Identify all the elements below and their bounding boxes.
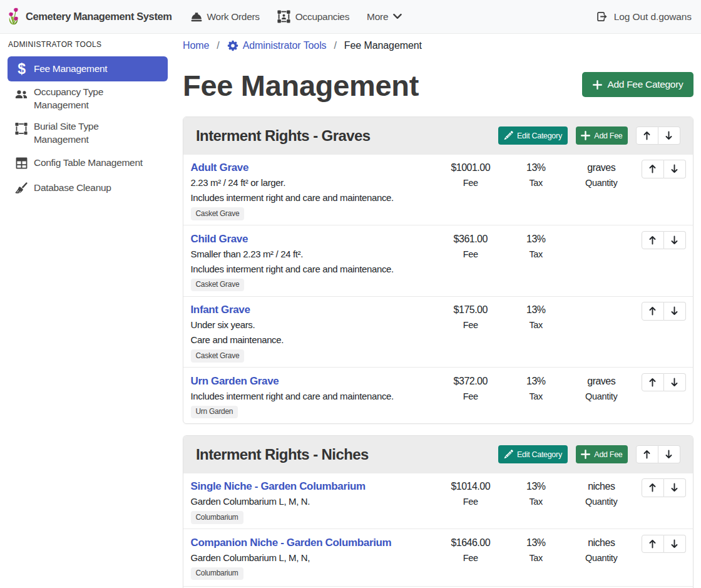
fee-move-up-button[interactable]	[642, 373, 664, 392]
fee-move-up-button[interactable]	[642, 302, 664, 321]
category-move-up-button[interactable]	[636, 126, 658, 145]
fee-row: Infant GraveUnder six years.Care and mai…	[183, 296, 693, 368]
fee-badge-row: Urn Garden	[191, 404, 438, 419]
add-fee-button[interactable]: Add Fee	[576, 445, 628, 464]
sidebar-nav-item: Database Cleanup	[8, 175, 168, 200]
category-reorder-group	[636, 445, 680, 464]
sidebar-item-fee-management[interactable]: $ Fee Management	[8, 56, 168, 81]
navbar-item-occupancies[interactable]: Occupancies	[269, 10, 358, 23]
fee-badge-row: Casket Grave	[191, 205, 438, 220]
fee-move-up-button[interactable]	[642, 160, 664, 178]
logout-link[interactable]: Log Out d.gowans	[597, 11, 692, 23]
navbar-item-more[interactable]: More	[358, 11, 411, 23]
fee-move-up-button[interactable]	[642, 535, 664, 554]
fee-tax-value: 13%	[503, 374, 569, 389]
fee-amount-value: $361.00	[438, 232, 504, 247]
svg-text:$: $	[18, 61, 26, 76]
plus-icon	[581, 131, 590, 140]
fee-amount-value: $1001.00	[438, 160, 504, 175]
sidebar-item-occupancy-type-management[interactable]: Occupancy Type Management	[8, 81, 168, 116]
fee-move-down-button[interactable]	[664, 478, 687, 497]
sidebar-item-config-table-management[interactable]: Config Table Management	[8, 150, 168, 175]
category-card: Interment Rights - Niches Edit Category …	[183, 435, 693, 588]
logout-icon-wrap	[597, 11, 608, 22]
fee-badge-row: Casket Grave	[191, 277, 438, 292]
breadcrumb-separator: /	[327, 39, 344, 53]
breadcrumb-link-administrator-tools[interactable]: Administrator Tools	[227, 39, 327, 53]
fee-quantity-label: Quantity	[569, 389, 635, 404]
breadcrumb-item: Administrator Tools	[227, 39, 327, 53]
arrow-up-icon	[647, 539, 658, 549]
fee-move-up-button[interactable]	[642, 478, 664, 497]
breadcrumb-link-home[interactable]: Home	[183, 39, 209, 53]
gear-icon	[227, 40, 238, 51]
fee-description: Includes interment right and care and ma…	[191, 262, 438, 277]
fee-tax-column: 13%Tax	[503, 479, 569, 524]
fee-description: Care and maintenance.	[191, 333, 438, 348]
fee-info: Adult Grave2.23 m² / 24 ft² or larger.In…	[191, 160, 438, 220]
edit-category-button[interactable]: Edit Category	[498, 445, 568, 464]
add-fee-button[interactable]: Add Fee	[576, 126, 628, 145]
fee-name-link[interactable]: Urn Garden Grave	[191, 374, 279, 389]
sidebar-nav: $ Fee Management Occupancy Type Manageme…	[8, 56, 168, 200]
fee-name-link[interactable]: Adult Grave	[191, 160, 249, 175]
category-title: Interment Rights - Graves	[196, 127, 498, 145]
fee-type-badge: Columbarium	[191, 511, 243, 524]
fee-quantity-label: Quantity	[569, 494, 635, 509]
fee-amount-column: $372.00Fee	[438, 374, 504, 419]
plus-icon	[593, 80, 602, 90]
fee-type-badge: Casket Grave	[191, 349, 245, 363]
fee-move-down-button[interactable]	[664, 160, 687, 178]
category-move-down-button[interactable]	[658, 126, 681, 145]
sidebar-item-burial-site-type-management[interactable]: Burial Site Type Management	[8, 116, 168, 150]
fee-tax-value: 13%	[503, 160, 569, 175]
fee-tax-label: Tax	[503, 550, 569, 565]
sidebar-item-database-cleanup[interactable]: Database Cleanup	[8, 175, 168, 200]
fee-move-down-button[interactable]	[664, 231, 687, 250]
fee-quantity-column: gravesQuantity	[569, 160, 635, 220]
brand-logo	[8, 8, 19, 26]
fee-row: Adult Grave2.23 m² / 24 ft² or larger.In…	[183, 155, 693, 225]
top-navbar: Cemetery Management System Work Orders O…	[0, 0, 701, 34]
sidebar-heading: ADMINISTRATOR TOOLS	[8, 40, 168, 49]
fee-move-down-button[interactable]	[664, 302, 687, 321]
fee-name-link[interactable]: Infant Grave	[191, 302, 250, 317]
fee-move-up-button[interactable]	[642, 231, 664, 250]
fee-name-link[interactable]: Single Niche - Garden Columbarium	[191, 479, 366, 494]
add-fee-category-button[interactable]: Add Fee Category	[582, 72, 693, 97]
fee-name-link[interactable]: Companion Niche - Garden Columbarium	[191, 535, 392, 550]
fee-name-link[interactable]: Child Grave	[191, 232, 248, 247]
arrow-down-icon	[669, 235, 680, 245]
person-bounding-box-icon	[277, 10, 290, 23]
fee-move-down-button[interactable]	[664, 373, 687, 392]
fee-reorder-group	[642, 302, 686, 321]
fee-description: Smaller than 2.23 m² / 24 ft².	[191, 247, 438, 262]
category-move-down-button[interactable]	[658, 445, 681, 464]
fee-arrows-cell	[642, 478, 686, 524]
fee-tax-column: 13%Tax	[503, 232, 569, 292]
navbar-item-work-orders[interactable]: Work Orders	[182, 11, 269, 23]
arrow-up-icon	[647, 306, 658, 316]
arrow-up-icon	[647, 377, 658, 388]
edit-category-button[interactable]: Edit Category	[498, 126, 568, 145]
fee-arrows-cell	[642, 373, 686, 419]
fee-amount-value: $1646.00	[438, 535, 504, 550]
fee-amount-column: $1014.00Fee	[438, 479, 504, 524]
broom-icon	[15, 182, 28, 194]
table-icon-wrap	[15, 155, 28, 171]
brand[interactable]: Cemetery Management System	[8, 8, 172, 26]
fee-arrows-cell	[642, 535, 686, 580]
fee-quantity-column: nichesQuantity	[569, 535, 635, 580]
fee-info: Child GraveSmaller than 2.23 m² / 24 ft²…	[191, 232, 438, 292]
fee-quantity-value: graves	[569, 374, 635, 389]
fee-description: Garden Columbarium L, M, N.	[191, 494, 438, 509]
chevron-down-icon-wrap	[393, 14, 402, 19]
bounding-box-icon	[15, 122, 28, 135]
sidebar-nav-item: Burial Site Type Management	[8, 116, 168, 150]
category-move-up-button[interactable]	[636, 445, 658, 464]
fee-info: Urn Garden GraveIncludes interment right…	[191, 374, 438, 419]
fee-amount-label: Fee	[438, 550, 504, 565]
fee-tax-label: Tax	[503, 175, 569, 190]
fee-move-down-button[interactable]	[664, 535, 687, 554]
arrow-down-icon	[669, 539, 680, 549]
